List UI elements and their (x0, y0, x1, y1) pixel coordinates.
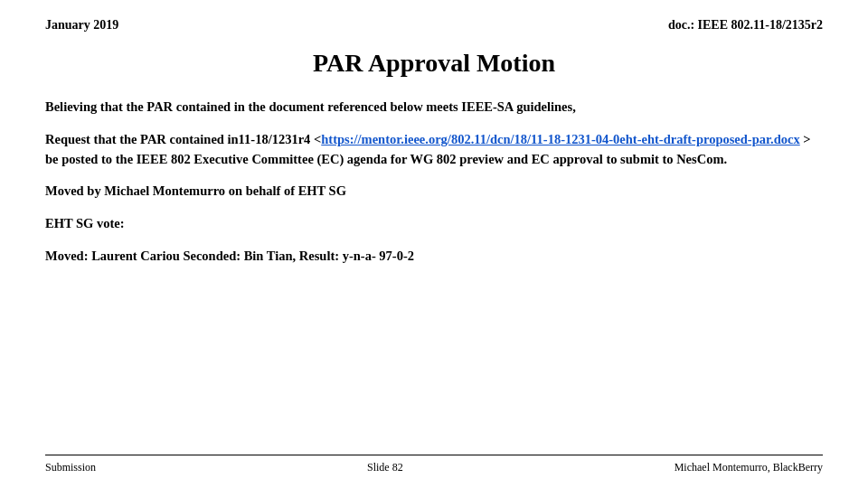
title-section: PAR Approval Motion (45, 49, 823, 78)
par-link[interactable]: https://mentor.ieee.org/802.11/dcn/18/11… (321, 132, 799, 146)
paragraph-5: Moved: Laurent Cariou Seconded: Bin Tian… (45, 247, 823, 267)
footer-submission: Submission (45, 461, 96, 474)
header: January 2019 doc.: IEEE 802.11-18/2135r2 (45, 18, 823, 33)
para3-text: Moved by Michael Montemurro on behalf of… (45, 183, 346, 198)
paragraph-3: Moved by Michael Montemurro on behalf of… (45, 182, 823, 202)
paragraph-4: EHT SG vote: (45, 214, 823, 234)
para4-text: EHT SG vote: (45, 216, 125, 230)
paragraph-2: Request that the PAR contained in11-18/1… (45, 130, 823, 170)
footer-author: Michael Montemurro, BlackBerry (675, 461, 823, 474)
doc-ref-label: doc.: IEEE 802.11-18/2135r2 (668, 18, 823, 33)
para1-text: Believing that the PAR contained in the … (45, 99, 576, 114)
paragraph-1: Believing that the PAR contained in the … (45, 98, 823, 117)
para5-text: Moved: Laurent Cariou Seconded: Bin Tian… (45, 249, 414, 263)
content-area: Believing that the PAR contained in the … (45, 98, 823, 455)
footer: Submission Slide 82 Michael Montemurro, … (45, 455, 823, 474)
footer-slide-number: Slide 82 (367, 461, 403, 474)
slide-title: PAR Approval Motion (45, 49, 823, 78)
slide: January 2019 doc.: IEEE 802.11-18/2135r2… (0, 0, 868, 488)
para2-prefix: Request that the PAR contained in11-18/1… (45, 132, 321, 146)
date-label: January 2019 (45, 18, 118, 33)
